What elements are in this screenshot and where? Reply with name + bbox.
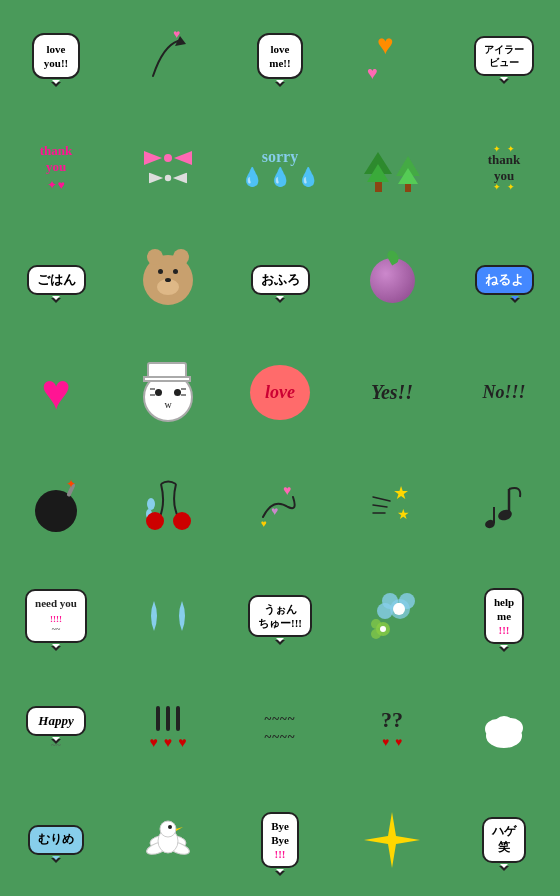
cell-r7c5 xyxy=(448,672,560,784)
cell-r2c1: thankyou ✦♥ xyxy=(0,112,112,224)
bear-eye-left xyxy=(158,269,163,274)
small-heart-2: ♥ xyxy=(395,735,402,750)
music-note-svg xyxy=(484,479,524,529)
hage-bubble: ハゲ笑 xyxy=(482,817,526,862)
svg-text:♥: ♥ xyxy=(283,483,291,498)
star-tl-icon: ✦ xyxy=(493,144,501,154)
thank-you-stars-text: thankyou xyxy=(488,152,521,184)
question-marks-sticker: ?? ♥ ♥ xyxy=(381,707,403,750)
tree2-mid-icon xyxy=(398,168,418,184)
cell-r1c4: ♥ ♥ xyxy=(336,0,448,112)
love-me-bubble: loveme!! xyxy=(257,33,302,80)
ofuro-text: おふろ xyxy=(261,272,300,287)
love-you-bubble: loveyou!! xyxy=(32,33,80,80)
cell-r6c3: うぉんちゅー!!! xyxy=(224,560,336,672)
cell-r6c5: helpme!!! xyxy=(448,560,560,672)
small-hearts-row: ♥ ♥ xyxy=(381,735,403,750)
thank-you-stars-sticker: ✦ ✦ thankyou ✦ ✦ xyxy=(488,152,521,184)
cell-r4c2: w xyxy=(112,336,224,448)
cell-r1c2: ♥ xyxy=(112,0,224,112)
byebye-text: ByeBye!!! xyxy=(271,820,289,861)
cell-r4c1: ♥ xyxy=(0,336,112,448)
cell-r8c5: ハゲ笑 xyxy=(448,784,560,896)
cell-r4c5: No!!! xyxy=(448,336,560,448)
tree-left xyxy=(364,152,392,192)
star-bl-icon: ✦ xyxy=(493,182,501,192)
cat-character-sticker: w xyxy=(139,362,197,422)
star-br-icon: ✦ xyxy=(507,182,515,192)
cell-r3c4 xyxy=(336,224,448,336)
uon-bubble: うぉんちゅー!!! xyxy=(248,595,312,638)
need-you-text: need you!!!! xyxy=(35,597,77,623)
svg-point-21 xyxy=(395,603,403,611)
heart-orange-icon: ♥ xyxy=(377,29,394,61)
cell-r7c1: Happy ~~ xyxy=(0,672,112,784)
bow-right-icon xyxy=(174,151,192,165)
cell-r8c1: むりめ xyxy=(0,784,112,896)
cat-mouth: w xyxy=(164,399,171,410)
svg-text:♥: ♥ xyxy=(271,504,278,518)
murime-bubble: むりめ xyxy=(28,825,84,855)
svg-point-25 xyxy=(380,626,386,632)
bear-face-sticker xyxy=(143,255,193,305)
sorry-sticker: sorry 💧 💧 💧 xyxy=(241,148,319,188)
sparkle-svg xyxy=(362,810,422,870)
star-tr-icon: ✦ xyxy=(507,144,515,154)
cell-r6c2 xyxy=(112,560,224,672)
cell-r7c2: ♥ ♥ ♥ xyxy=(112,672,224,784)
cell-r8c3: ByeBye!!! xyxy=(224,784,336,896)
cell-r2c3: sorry 💧 💧 💧 xyxy=(224,112,336,224)
floating-hearts-sticker: ♥ ♥ ♥ xyxy=(253,477,308,532)
cell-r2c4 xyxy=(336,112,448,224)
bomb-sticker: ✦ xyxy=(31,477,81,532)
bear-eyes xyxy=(158,269,178,274)
cell-r1c1: loveyou!! xyxy=(0,0,112,112)
svg-marker-37 xyxy=(364,812,420,868)
music-note-sticker xyxy=(484,479,524,529)
cherry-left xyxy=(146,512,164,530)
cloud-sticker xyxy=(477,701,532,756)
tree-mid-icon xyxy=(367,164,389,182)
flowers-svg xyxy=(365,589,420,644)
yes-text-sticker: Yes!! xyxy=(371,381,413,404)
love-heart-sticker: love xyxy=(250,365,310,420)
cherry-right xyxy=(173,512,191,530)
cell-r7c4: ?? ♥ ♥ xyxy=(336,672,448,784)
cell-r3c2 xyxy=(112,224,224,336)
need-you-sub: ~~ xyxy=(35,625,77,635)
svg-point-19 xyxy=(377,603,393,619)
cat-whisker-l2 xyxy=(150,394,155,396)
heart-pink-small-icon: ♥ xyxy=(367,63,378,84)
svg-marker-35 xyxy=(176,827,183,831)
murime-text: むりめ xyxy=(38,832,74,846)
svg-point-13 xyxy=(497,508,514,522)
cat-hat-brim xyxy=(143,376,191,382)
cell-r8c2 xyxy=(112,784,224,896)
no-text-sticker: No!!! xyxy=(482,382,525,403)
bow-center-white-icon xyxy=(165,175,171,181)
purple-ball-leaf-icon xyxy=(385,248,401,265)
help-me-text: helpme!!! xyxy=(494,596,514,637)
bird-svg xyxy=(143,813,193,868)
vert-lines-sticker: ♥ ♥ ♥ xyxy=(150,706,187,751)
hearts-svg: ♥ ♥ ♥ xyxy=(253,477,308,532)
arrow-heart-icon: ♥ xyxy=(143,26,193,86)
cell-r1c5: アイラービュー xyxy=(448,0,560,112)
cell-r2c5: ✦ ✦ thankyou ✦ ✦ xyxy=(448,112,560,224)
svg-text:★: ★ xyxy=(393,483,409,503)
bow-center-icon xyxy=(164,154,172,162)
cell-r2c2 xyxy=(112,112,224,224)
neru-text: ねるよ xyxy=(485,272,524,287)
cat-whisker-r1 xyxy=(181,388,186,390)
vert-line-2 xyxy=(166,706,170,731)
svg-point-34 xyxy=(160,821,176,837)
teardrops-sticker xyxy=(144,596,192,636)
stars-group-sticker: ★ ★ xyxy=(365,477,420,532)
cell-r6c1: need you!!!! ~~ xyxy=(0,560,112,672)
purple-ball-sticker xyxy=(370,258,415,303)
cat-whisker-r2 xyxy=(181,394,186,396)
teardrop-right-svg xyxy=(172,596,192,636)
tree-trunk-icon xyxy=(375,182,382,192)
cell-r6c4 xyxy=(336,560,448,672)
svg-line-7 xyxy=(373,497,390,501)
